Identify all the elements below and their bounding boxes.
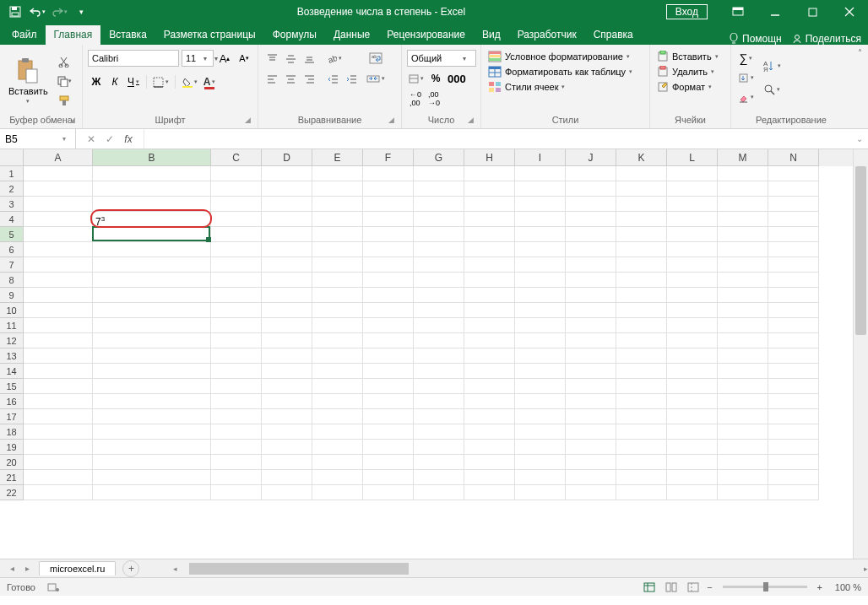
- cell[interactable]: [211, 197, 262, 212]
- column-header[interactable]: D: [262, 149, 312, 166]
- cell[interactable]: [363, 440, 414, 455]
- cell[interactable]: [768, 485, 819, 500]
- cell[interactable]: [24, 409, 93, 424]
- cell[interactable]: [515, 394, 566, 409]
- column-header[interactable]: F: [363, 149, 414, 166]
- cell[interactable]: [718, 379, 768, 394]
- cell[interactable]: [768, 212, 819, 227]
- cell[interactable]: [211, 440, 262, 455]
- cell[interactable]: [93, 273, 211, 288]
- cell[interactable]: [566, 333, 616, 348]
- cell[interactable]: [24, 394, 93, 409]
- cell[interactable]: [718, 242, 768, 257]
- tab-данные[interactable]: Данные: [325, 25, 378, 45]
- cell[interactable]: [566, 424, 616, 440]
- cell[interactable]: [414, 181, 464, 197]
- cell[interactable]: [515, 212, 566, 227]
- cell[interactable]: [414, 318, 464, 333]
- font-size-combo[interactable]: ▾: [182, 50, 214, 67]
- cell[interactable]: [616, 273, 667, 288]
- row-header[interactable]: 13: [0, 348, 24, 364]
- cell[interactable]: [414, 212, 464, 227]
- cell[interactable]: [312, 348, 363, 364]
- row-header[interactable]: 18: [0, 424, 24, 440]
- cell[interactable]: [667, 181, 718, 197]
- cell[interactable]: [414, 440, 464, 455]
- cell[interactable]: [768, 424, 819, 440]
- cell[interactable]: [718, 181, 768, 197]
- cell[interactable]: [211, 424, 262, 440]
- cell[interactable]: [464, 470, 515, 485]
- cell[interactable]: [768, 166, 819, 181]
- cell[interactable]: [768, 455, 819, 470]
- cell[interactable]: [515, 197, 566, 212]
- cell[interactable]: [24, 303, 93, 318]
- fx-icon[interactable]: fx: [120, 131, 137, 148]
- percent-icon[interactable]: %: [427, 70, 444, 87]
- cell[interactable]: [24, 181, 93, 197]
- row-header[interactable]: 19: [0, 440, 24, 455]
- cell[interactable]: [363, 364, 414, 379]
- row-header[interactable]: 20: [0, 455, 24, 470]
- cell[interactable]: [262, 288, 312, 303]
- cell[interactable]: [363, 333, 414, 348]
- cell[interactable]: [667, 333, 718, 348]
- cell[interactable]: [414, 333, 464, 348]
- normal-view-icon[interactable]: [641, 581, 658, 594]
- row-header[interactable]: 3: [0, 197, 24, 212]
- cell[interactable]: [515, 348, 566, 364]
- row-header[interactable]: 10: [0, 303, 24, 318]
- collapse-ribbon-icon[interactable]: ˄: [851, 45, 868, 128]
- accounting-format-icon[interactable]: [407, 70, 426, 87]
- cell[interactable]: [464, 242, 515, 257]
- tab-рецензирование[interactable]: Рецензирование: [378, 25, 474, 45]
- cell[interactable]: [262, 166, 312, 181]
- border-button[interactable]: [151, 73, 171, 90]
- cell[interactable]: [515, 409, 566, 424]
- cell[interactable]: [93, 440, 211, 455]
- cell[interactable]: [768, 470, 819, 485]
- align-bottom-icon[interactable]: [301, 50, 317, 67]
- qat-customize-icon[interactable]: ▾: [71, 2, 91, 22]
- cell[interactable]: [312, 227, 363, 242]
- cell[interactable]: [515, 273, 566, 288]
- cell[interactable]: [262, 424, 312, 440]
- cell[interactable]: [363, 424, 414, 440]
- cell[interactable]: [616, 257, 667, 273]
- cell[interactable]: [768, 440, 819, 455]
- cell[interactable]: [616, 440, 667, 455]
- cell[interactable]: [414, 166, 464, 181]
- cell[interactable]: [24, 197, 93, 212]
- cell[interactable]: [464, 333, 515, 348]
- cell[interactable]: [24, 485, 93, 500]
- macro-record-icon[interactable]: [47, 582, 59, 592]
- cell[interactable]: [718, 166, 768, 181]
- cell[interactable]: [616, 197, 667, 212]
- formula-bar[interactable]: [144, 133, 851, 145]
- cell[interactable]: [312, 455, 363, 470]
- horizontal-scrollbar[interactable]: [189, 563, 852, 575]
- cell[interactable]: [718, 455, 768, 470]
- fill-color-button[interactable]: [180, 73, 199, 90]
- cell[interactable]: [464, 424, 515, 440]
- tell-me[interactable]: Помощн: [729, 33, 782, 45]
- insert-cells-button[interactable]: Вставить▾: [655, 50, 725, 63]
- format-painter-icon[interactable]: [55, 92, 73, 109]
- cell[interactable]: [93, 257, 211, 273]
- cell[interactable]: [93, 470, 211, 485]
- cell[interactable]: [515, 288, 566, 303]
- row-header[interactable]: 14: [0, 364, 24, 379]
- cell[interactable]: [566, 455, 616, 470]
- cell[interactable]: [464, 440, 515, 455]
- column-header[interactable]: L: [667, 149, 718, 166]
- tab-справка[interactable]: Справка: [585, 25, 642, 45]
- cell[interactable]: [718, 348, 768, 364]
- cell[interactable]: [718, 424, 768, 440]
- cell[interactable]: [566, 485, 616, 500]
- cell[interactable]: [768, 318, 819, 333]
- cell[interactable]: [515, 424, 566, 440]
- cell[interactable]: [414, 227, 464, 242]
- decrease-decimal-icon[interactable]: ,00→0: [426, 90, 442, 107]
- cell[interactable]: [312, 409, 363, 424]
- cell[interactable]: [616, 470, 667, 485]
